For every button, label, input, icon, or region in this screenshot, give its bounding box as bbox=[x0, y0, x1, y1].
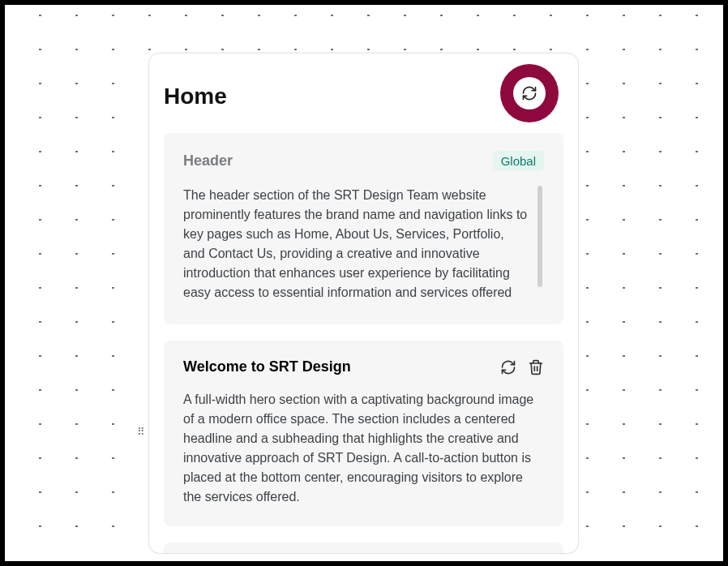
card-actions bbox=[500, 359, 544, 375]
refresh-button[interactable] bbox=[513, 77, 546, 109]
delete-button[interactable] bbox=[528, 359, 544, 375]
scrollbar[interactable] bbox=[537, 186, 542, 287]
page-title: Home bbox=[164, 84, 227, 109]
refresh-highlight-ring bbox=[500, 64, 559, 122]
window-border: Home Header Global The header sec bbox=[0, 0, 728, 566]
card-title: Welcome to SRT Design bbox=[183, 358, 351, 375]
card-header-row: Welcome to SRT Design bbox=[183, 358, 544, 375]
section-card-header[interactable]: Header Global The header section of the … bbox=[164, 133, 563, 324]
card-title: Header bbox=[183, 152, 233, 169]
card-description: The header section of the SRT Design Tea… bbox=[183, 186, 544, 305]
refresh-icon bbox=[500, 359, 516, 375]
panel-header: Home bbox=[164, 68, 563, 125]
card-header-row: Header Global bbox=[183, 151, 544, 171]
card-description: A full-width hero section with a captiva… bbox=[183, 390, 544, 507]
refresh-icon bbox=[521, 85, 537, 101]
card-description-viewport: The header section of the SRT Design Tea… bbox=[183, 186, 544, 305]
trash-icon bbox=[528, 359, 544, 375]
section-card-next[interactable] bbox=[164, 542, 563, 554]
drag-handle-icon[interactable]: ⠿ bbox=[137, 430, 144, 434]
global-badge: Global bbox=[493, 151, 544, 171]
page-panel: Home Header Global The header sec bbox=[148, 53, 579, 554]
section-card-welcome[interactable]: Welcome to SRT Design bbox=[164, 341, 563, 526]
regenerate-button[interactable] bbox=[500, 359, 516, 375]
